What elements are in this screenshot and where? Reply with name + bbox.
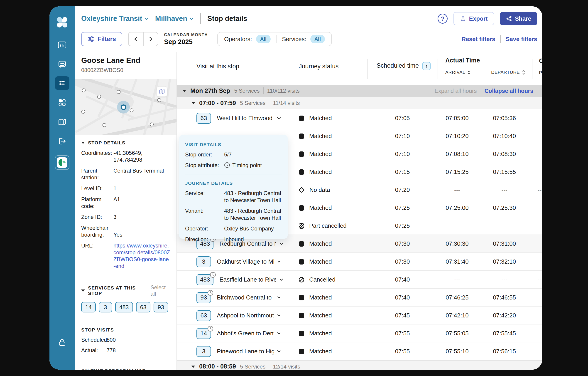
chevron-down-icon xyxy=(145,16,149,20)
popup-detail-label: Operator: xyxy=(185,225,224,232)
actual-departure-value: 07:08:30 xyxy=(477,145,532,163)
sort-ascending-button[interactable]: ↑ xyxy=(422,62,430,70)
stop-mini-map[interactable] xyxy=(75,79,177,135)
timing-point-clock-icon xyxy=(207,326,213,332)
dashboard-chart-icon[interactable] xyxy=(55,38,69,52)
reset-filters-link[interactable]: Reset filters xyxy=(462,36,495,43)
chevron-down-icon[interactable] xyxy=(277,349,281,353)
share-button[interactable]: Share xyxy=(500,12,537,25)
col-visit-header: Visit at this stop xyxy=(197,63,239,70)
journey-status-label: Matched xyxy=(309,258,332,265)
selected-stop-marker[interactable] xyxy=(117,101,130,113)
route-title: Abbot's Green to Denton… xyxy=(217,330,273,337)
visit-table-row[interactable]: 93 Birchwood Central to Birc… Matched 07… xyxy=(177,288,542,307)
service-number-badge[interactable]: 3 xyxy=(197,256,211,267)
filter-box-divider xyxy=(276,35,276,43)
visit-table-row[interactable]: 483 Eastfield Lane to Riversid… Cancelle… xyxy=(177,271,542,288)
breadcrumb: Oxleyshire Transit Millhaven Stop detail… xyxy=(81,11,537,26)
service-number-badge[interactable]: 483 xyxy=(197,274,213,285)
chevron-down-icon[interactable] xyxy=(277,331,281,335)
hour-group-row[interactable]: 07:00 - 07:59 5 Services 11/14 visits xyxy=(177,97,542,109)
next-hour-group-row[interactable]: 08:00 - 08:59 5 Services 12/14 visits xyxy=(177,360,542,370)
visit-table-row[interactable]: 3 Oakhurst Village to Middl… Matched 07:… xyxy=(177,253,542,271)
service-filter-badge[interactable]: 14 xyxy=(81,302,96,312)
actual-arrival-value: 07:10:20 xyxy=(438,127,477,145)
services-label: Services: xyxy=(282,36,306,43)
departure-subheader[interactable]: DEPARTURE xyxy=(491,70,525,75)
chevron-down-icon[interactable] xyxy=(277,259,281,263)
filters-button[interactable]: Filters xyxy=(81,32,122,46)
stop-details-section-header[interactable]: STOP DETAILS xyxy=(81,140,170,145)
service-number-badge[interactable]: 63 xyxy=(197,310,211,321)
components-shapes-icon[interactable] xyxy=(55,96,69,110)
service-filter-badge[interactable]: 63 xyxy=(136,302,151,312)
service-number-badge[interactable]: 3 xyxy=(197,346,211,357)
nearby-stop-marker[interactable] xyxy=(82,88,86,92)
breadcrumb-network-dropdown[interactable]: Oxleyshire Transit xyxy=(81,14,147,23)
nearby-stop-marker[interactable] xyxy=(130,109,134,112)
map-icon[interactable] xyxy=(55,115,69,129)
service-number-badge[interactable]: 63 xyxy=(197,113,211,124)
day-group-services: 5 Services xyxy=(234,88,260,94)
nearby-stop-marker[interactable] xyxy=(117,90,121,94)
arrival-subheader[interactable]: ARRIVAL xyxy=(445,70,471,75)
day-group-visits: 110/112 visits xyxy=(267,88,300,94)
service-number-badge[interactable]: 93 xyxy=(197,292,211,303)
chevron-down-icon[interactable] xyxy=(277,313,281,317)
save-filters-link[interactable]: Save filters xyxy=(506,36,537,43)
stop-list-icon[interactable] xyxy=(55,76,69,90)
services-value-pill[interactable]: All xyxy=(310,35,325,43)
nearby-stop-marker[interactable] xyxy=(103,123,106,127)
hour-group-visits: 12/14 visits xyxy=(273,364,300,370)
breadcrumb-region-dropdown[interactable]: Millhaven xyxy=(155,14,192,23)
vehicles-bus-icon[interactable] xyxy=(55,57,69,71)
operators-value-pill[interactable]: All xyxy=(256,35,271,43)
collapse-all-hours-link[interactable]: Collapse all hours xyxy=(484,88,533,94)
next-month-button[interactable] xyxy=(143,33,158,46)
popup-detail-label: Direction: xyxy=(185,236,224,243)
chevron-down-icon[interactable] xyxy=(277,116,281,120)
export-button[interactable]: Export xyxy=(453,12,494,25)
field-label: Platform code: xyxy=(81,196,114,210)
field-label: Level ID: xyxy=(81,185,114,192)
clipped-otp-value xyxy=(532,253,542,271)
help-button[interactable]: ? xyxy=(438,14,448,24)
visit-table-row[interactable]: 63 West Hill to Elmwood Lan… Matched 07:… xyxy=(177,109,542,127)
nearby-stop-marker[interactable] xyxy=(158,98,161,102)
lock-icon[interactable] xyxy=(55,336,69,349)
chevron-down-icon[interactable] xyxy=(280,277,283,281)
journey-status-label: Matched xyxy=(309,133,332,140)
logout-icon[interactable] xyxy=(55,134,69,148)
service-filter-badge[interactable]: 3 xyxy=(99,302,112,312)
service-filter-badge[interactable]: 483 xyxy=(115,302,133,312)
otp-title: ON TIME PERFORMANCE xyxy=(81,368,146,370)
map-expand-button[interactable] xyxy=(157,86,167,97)
visit-table-row[interactable]: 14 Abbot's Green to Denton… Matched 07:5… xyxy=(177,324,542,343)
partner-app-icon[interactable] xyxy=(55,155,69,170)
chevron-down-icon[interactable] xyxy=(277,295,281,299)
actual-arrival-value: 07:42:10 xyxy=(438,307,477,324)
popup-detail-row: Stop attribute: Timing point xyxy=(185,162,282,169)
expand-all-hours-link[interactable]: Expand all hours xyxy=(434,88,477,94)
hour-group-label: 07:00 - 07:59 xyxy=(199,100,236,107)
scheduled-time-value: 07:30 xyxy=(367,235,438,253)
stop-url-link[interactable]: https://www.oxleyshire.com/stop-details/… xyxy=(114,242,170,269)
actual-arrival-value: 07:25:00 xyxy=(438,199,477,217)
journey-status-label: Matched xyxy=(309,168,332,176)
day-group-row[interactable]: Mon 27th Sep 5 Services 110/112 visits E… xyxy=(177,85,542,97)
previous-month-button[interactable] xyxy=(129,33,143,46)
calendar-month-label: CALENDAR MONTH xyxy=(164,33,208,37)
service-number-badge[interactable]: 14 xyxy=(197,328,211,339)
visit-table-row[interactable]: 3 Pinewood Lane to Highg… Matched 07:55 … xyxy=(177,343,542,360)
service-filter-badge[interactable]: 93 xyxy=(154,302,168,312)
nearby-stop-marker[interactable] xyxy=(97,95,101,99)
scheduled-time-value: 07:55 xyxy=(367,324,438,343)
stop-visits-title: STOP VISITS xyxy=(81,327,114,333)
service-number: 14 xyxy=(200,330,207,337)
nearby-stop-marker[interactable] xyxy=(150,123,154,126)
sort-updown-icon xyxy=(468,70,471,75)
visit-table-row[interactable]: 63 Ashpool to Northmouth S… Matched 07:4… xyxy=(177,307,542,324)
nearby-stop-marker[interactable] xyxy=(82,110,85,114)
select-all-link[interactable]: Select all xyxy=(151,284,170,297)
services-section-header[interactable]: SERVICES AT THIS STOP Select all xyxy=(81,284,170,297)
